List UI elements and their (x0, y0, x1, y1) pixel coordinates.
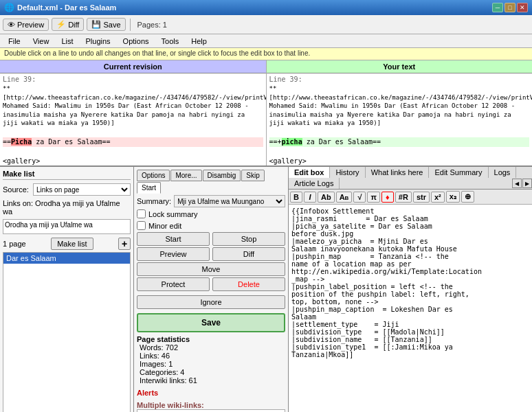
delete-button[interactable]: Delete (212, 277, 285, 291)
summary-select[interactable]: Mji ya Ufalme wa Muungano (174, 195, 285, 207)
minor-edit-label: Minor edit (148, 222, 181, 230)
menu-help[interactable]: Help (186, 36, 212, 46)
sqrt-button[interactable]: √ (353, 192, 366, 203)
menu-plugins[interactable]: Plugins (80, 36, 116, 46)
make-list-button[interactable]: Make list (51, 238, 93, 250)
page-stats: Page statistics Words: 702 Links: 46 Ima… (137, 335, 285, 385)
diff-content-right[interactable]: Line 39: **[http://www.theeastafrican.co… (267, 73, 533, 165)
diff-content-left[interactable]: Line 39: **[http://www.theeastafrican.co… (0, 73, 266, 165)
diff-line-gallery: <gallery> (3, 157, 263, 165)
save-icon: 💾 (91, 20, 101, 29)
diff-header-right: Your text (267, 60, 533, 73)
window-title: Default.xml - Dar es Salaam (17, 3, 116, 12)
diff-pane-left: Current revision Line 39: **[http://www.… (0, 60, 267, 165)
diff-line-1: **[http://www.theeastafrican.co.ke/magaz… (3, 84, 263, 128)
stop-button[interactable]: Stop (212, 232, 285, 246)
separator (130, 19, 131, 31)
tab-edit-summary[interactable]: Edit Summary (429, 167, 488, 178)
scroll-left-arrow[interactable]: ◀ (512, 179, 522, 188)
make-list-title: Make list (3, 170, 131, 180)
bottom-panel: Make list Source: Links on page Links on… (0, 167, 532, 412)
start-button[interactable]: Start (137, 232, 210, 246)
italic-button[interactable]: I (304, 192, 316, 203)
ignore-button[interactable]: Ignore (137, 295, 285, 309)
tab-disambig[interactable]: Disambig (203, 170, 241, 181)
edit-tabs-row: Edit box History What links here Edit Su… (289, 167, 532, 190)
wiki-list-box[interactable]: Mji mikuu (3) Mikoa wa Dar es Salaam ( T… (137, 409, 285, 412)
source-select[interactable]: Links on page (33, 183, 131, 196)
preview-button[interactable]: 👁 Preview (3, 19, 49, 31)
maximize-button[interactable]: □ (505, 3, 516, 12)
menu-list[interactable]: List (56, 36, 78, 46)
diff-button[interactable]: ⚡ Diff (52, 18, 84, 31)
bold-button[interactable]: B (290, 192, 302, 203)
sup-button[interactable]: x² (431, 192, 445, 203)
lock-summary-label: Lock summary (148, 210, 198, 218)
diff-icon: ⚡ (56, 20, 66, 29)
line-number-right: Line 39: (269, 76, 302, 83)
diff-header-left: Current revision (0, 60, 266, 73)
multiple-wiki-section: Multiple wiki-links: Mji mikuu (3) Mikoa… (137, 401, 285, 412)
menu-tools[interactable]: Tools (156, 36, 185, 46)
tab-logs[interactable]: Logs (489, 167, 517, 178)
protect-button[interactable]: Protect (137, 277, 210, 291)
tab-history[interactable]: History (330, 167, 365, 178)
left-panel: Make list Source: Links on page Links on… (0, 167, 134, 412)
tab-skip[interactable]: Skip (241, 170, 264, 181)
hash-r-button[interactable]: #R (395, 192, 412, 203)
app-icon: 🌐 (4, 3, 14, 12)
menu-options[interactable]: Options (118, 36, 155, 46)
right-panel: Edit box History What links here Edit Su… (289, 167, 532, 412)
links-label: Links on: Orodha ya miji ya Ufalme wa (3, 198, 131, 217)
edit-toolbar: B I Ab Ab √ π ♦ #R str x² x₂ ⊕ (289, 190, 532, 205)
diff-pane-right: Your text Line 39: **[http://www.theeast… (267, 60, 533, 165)
summary-label: Summary: (137, 197, 171, 205)
alerts-section: Alerts (137, 389, 285, 397)
edit-textarea[interactable]: {{Infobox Settlement |jina_rasmi = Dar e… (289, 205, 532, 412)
menu-view[interactable]: View (27, 36, 55, 46)
diff-line-added: ==+picha za Dar es Salaam== (269, 137, 530, 147)
ab-lower-button[interactable]: Ab (336, 192, 353, 203)
diff-view: Current revision Line 39: **[http://www.… (0, 60, 532, 167)
diff-line-removed: ==Picha za Dar es Salaam== (3, 137, 263, 147)
minimize-button[interactable]: ─ (492, 3, 503, 12)
title-bar: 🌐 Default.xml - Dar es Salaam ─ □ ✕ (0, 0, 532, 15)
tab-article-logs[interactable]: Article Logs (289, 178, 340, 189)
preview-save-button[interactable]: Preview (137, 247, 210, 261)
close-button[interactable]: ✕ (517, 3, 528, 12)
tab-row: Options More... Disambig Skip Start (137, 170, 285, 194)
diff-line-r-gallery: <gallery> (269, 157, 530, 165)
move-button[interactable]: Move (137, 262, 285, 276)
red-button[interactable]: ♦ (381, 192, 394, 203)
middle-panel: Options More... Disambig Skip Start Summ… (134, 167, 289, 412)
tab-options[interactable]: Options (137, 170, 170, 181)
page-list-box[interactable]: Dar es Salaam (3, 252, 131, 412)
add-button[interactable]: + (118, 238, 131, 250)
tab-start[interactable]: Start (137, 182, 161, 194)
line-number-left: Line 39: (3, 76, 36, 83)
page-count: 1 page (3, 240, 26, 248)
tab-edit-box[interactable]: Edit box (289, 167, 330, 178)
menubar: File View List Plugins Options Tools Hel… (0, 34, 532, 48)
tab-more[interactable]: More... (170, 170, 201, 181)
toolbar: 👁 Preview ⚡ Diff 💾 Save Pages: 1 (0, 15, 532, 34)
tab-what-links[interactable]: What links here (366, 167, 430, 178)
save-button[interactable]: Save (137, 313, 285, 332)
menu-file[interactable]: File (3, 36, 26, 46)
list-item[interactable]: Dar es Salaam (3, 253, 130, 264)
save-toolbar-button[interactable]: 💾 Save (87, 18, 125, 31)
circle-plus-button[interactable]: ⊕ (461, 191, 474, 203)
minor-edit-checkbox[interactable] (137, 221, 146, 230)
diff-save-button[interactable]: Diff (212, 247, 285, 261)
lock-summary-checkbox[interactable] (137, 209, 146, 218)
scroll-right-arrow[interactable]: ▶ (522, 179, 532, 188)
sub-button[interactable]: x₂ (446, 191, 460, 203)
str-button[interactable]: str (413, 192, 430, 203)
source-label: Source: (3, 185, 30, 194)
preview-icon: 👁 (8, 21, 15, 29)
links-list: Orodha ya miji ya Ufalme wa (3, 219, 131, 234)
ab-upper-button[interactable]: Ab (318, 192, 335, 203)
pi-button[interactable]: π (367, 192, 379, 203)
info-bar: Double click on a line to undo all chang… (0, 48, 532, 60)
diff-line-r1: **[http://www.theeastafrican.co.ke/magaz… (269, 84, 530, 128)
